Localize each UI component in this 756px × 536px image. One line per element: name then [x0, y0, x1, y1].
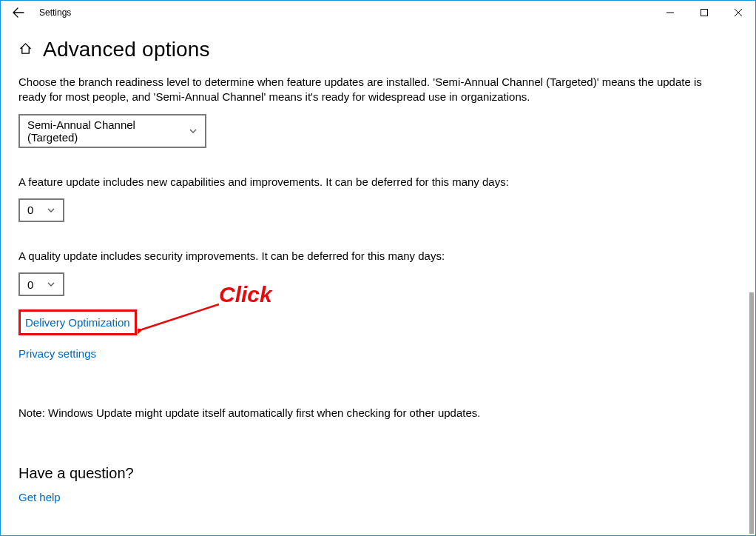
content-area: Advanced options Choose the branch readi… — [1, 24, 755, 535]
page-title: Advanced options — [43, 38, 210, 61]
chevron-down-icon — [47, 280, 55, 289]
titlebar: Settings — [1, 1, 755, 24]
annotation-highlight-box: Delivery Optimization — [18, 309, 137, 335]
settings-window: Settings Advanced options Choose the bra… — [0, 0, 756, 536]
minimize-icon — [666, 9, 674, 16]
minimize-button[interactable] — [653, 1, 687, 24]
svg-rect-0 — [701, 10, 708, 16]
branch-dropdown-value: Semi-Annual Channel (Targeted) — [27, 118, 181, 144]
branch-readiness-dropdown[interactable]: Semi-Annual Channel (Targeted) — [18, 114, 206, 148]
get-help-link[interactable]: Get help — [18, 489, 61, 505]
home-icon[interactable] — [18, 41, 33, 58]
maximize-button[interactable] — [687, 1, 721, 24]
feature-defer-value: 0 — [27, 204, 33, 216]
note-text: Note: Windows Update might update itself… — [18, 406, 729, 421]
close-button[interactable] — [721, 1, 755, 24]
feature-update-text: A feature update includes new capabiliti… — [18, 175, 729, 190]
window-title: Settings — [39, 7, 71, 18]
quality-update-text: A quality update includes security impro… — [18, 249, 729, 264]
quality-defer-dropdown[interactable]: 0 — [18, 272, 64, 296]
page-header: Advanced options — [18, 38, 738, 61]
scrollbar-thumb[interactable] — [749, 292, 754, 534]
feature-defer-dropdown[interactable]: 0 — [18, 198, 64, 222]
chevron-down-icon — [189, 127, 198, 135]
question-heading: Have a question? — [18, 465, 738, 482]
delivery-optimization-link[interactable]: Delivery Optimization — [25, 315, 130, 330]
intro-text: Choose the branch readiness level to det… — [18, 75, 729, 105]
close-icon — [735, 9, 742, 16]
chevron-down-icon — [47, 206, 55, 215]
annotation-label: Click — [219, 282, 272, 307]
quality-defer-value: 0 — [27, 278, 33, 291]
window-controls — [653, 1, 755, 24]
back-arrow-icon — [13, 7, 24, 19]
privacy-settings-link[interactable]: Privacy settings — [18, 346, 96, 361]
back-button[interactable] — [1, 1, 36, 24]
scrollbar[interactable] — [748, 26, 754, 534]
maximize-icon — [701, 9, 708, 16]
